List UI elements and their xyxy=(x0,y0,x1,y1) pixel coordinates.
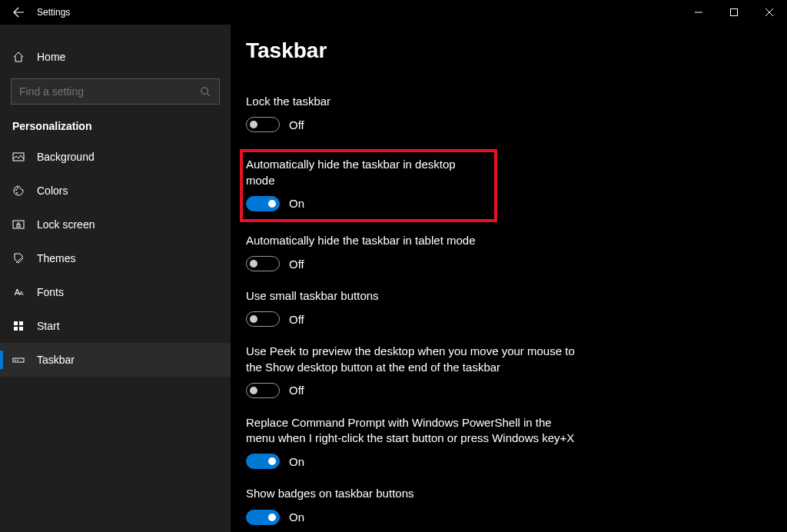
setting-label: Lock the taskbar xyxy=(246,94,576,109)
sidebar-item-label: Start xyxy=(37,320,60,332)
toggle-state-text: On xyxy=(289,197,304,210)
sidebar-item-background[interactable]: Background xyxy=(0,140,231,174)
sidebar-item-themes[interactable]: Themes xyxy=(0,241,231,275)
svg-point-5 xyxy=(16,192,18,194)
lock-screen-icon xyxy=(12,218,25,231)
sidebar-item-label: Taskbar xyxy=(37,354,75,366)
toggle-state-text: Off xyxy=(289,118,304,131)
search-input[interactable] xyxy=(19,85,199,98)
sidebar-section-header: Personalization xyxy=(0,115,231,140)
toggle-state-text: Off xyxy=(289,313,304,326)
sidebar-home-label: Home xyxy=(37,51,65,63)
sidebar: Home Personalization Background Colors L… xyxy=(0,25,231,532)
back-arrow-icon xyxy=(12,6,25,18)
setting-autohide-desktop: Automatically hide the taskbar in deskto… xyxy=(246,157,486,211)
sidebar-item-colors[interactable]: Colors xyxy=(0,174,231,208)
sidebar-item-label: Lock screen xyxy=(37,218,95,231)
toggle-state-text: On xyxy=(289,455,304,468)
window-title: Settings xyxy=(37,7,70,18)
setting-autohide-tablet: Automatically hide the taskbar in tablet… xyxy=(246,233,576,271)
svg-point-1 xyxy=(201,88,208,95)
svg-rect-14 xyxy=(17,360,18,361)
setting-peek: Use Peek to preview the desktop when you… xyxy=(246,344,576,398)
titlebar: Settings xyxy=(0,0,787,25)
toggle-autohide-desktop[interactable] xyxy=(246,196,280,211)
svg-rect-8 xyxy=(14,321,18,325)
setting-small-buttons: Use small taskbar buttons Off xyxy=(246,288,576,327)
page-title: Taskbar xyxy=(246,38,787,63)
svg-rect-0 xyxy=(731,9,738,16)
toggle-peek[interactable] xyxy=(246,383,280,398)
picture-icon xyxy=(12,151,25,163)
sidebar-item-label: Fonts xyxy=(37,286,64,298)
setting-label: Automatically hide the taskbar in tablet… xyxy=(246,233,576,248)
setting-powershell: Replace Command Prompt with Windows Powe… xyxy=(246,415,576,470)
sidebar-item-start[interactable]: Start xyxy=(0,309,231,343)
sidebar-item-label: Themes xyxy=(37,252,76,264)
setting-label: Show badges on taskbar buttons xyxy=(246,486,576,501)
svg-point-3 xyxy=(15,189,17,191)
close-button[interactable] xyxy=(752,0,787,25)
sidebar-item-label: Background xyxy=(37,151,95,163)
toggle-state-text: On xyxy=(289,510,304,524)
setting-label: Use small taskbar buttons xyxy=(246,288,576,304)
svg-rect-9 xyxy=(19,321,23,325)
setting-badges: Show badges on taskbar buttons On xyxy=(246,486,576,524)
sidebar-item-fonts[interactable]: AA Fonts xyxy=(0,275,231,309)
minimize-button[interactable] xyxy=(681,0,716,25)
toggle-state-text: Off xyxy=(289,384,304,397)
highlight-box: Automatically hide the taskbar in deskto… xyxy=(240,149,497,222)
selection-marker xyxy=(0,351,3,369)
setting-label: Use Peek to preview the desktop when you… xyxy=(246,344,576,375)
main-content: Taskbar Lock the taskbar Off Automatical… xyxy=(231,25,787,532)
svg-rect-11 xyxy=(19,327,23,331)
toggle-lock-taskbar[interactable] xyxy=(246,117,280,132)
sidebar-home[interactable]: Home xyxy=(0,40,231,74)
maximize-button[interactable] xyxy=(716,0,752,25)
toggle-autohide-tablet[interactable] xyxy=(246,256,280,271)
svg-point-4 xyxy=(17,188,18,189)
back-button[interactable] xyxy=(0,0,37,25)
sidebar-item-label: Colors xyxy=(37,185,68,197)
taskbar-icon xyxy=(12,354,25,366)
sidebar-item-taskbar[interactable]: Taskbar xyxy=(0,343,231,377)
setting-label: Automatically hide the taskbar in deskto… xyxy=(246,157,486,188)
search-box[interactable] xyxy=(11,78,220,105)
svg-rect-7 xyxy=(17,224,20,227)
toggle-badges[interactable] xyxy=(246,510,280,525)
palette-icon xyxy=(12,185,25,197)
fonts-icon: AA xyxy=(12,286,25,298)
setting-label: Replace Command Prompt with Windows Powe… xyxy=(246,415,576,447)
themes-icon xyxy=(12,252,25,264)
home-icon xyxy=(12,51,25,63)
toggle-powershell[interactable] xyxy=(246,454,280,469)
search-icon xyxy=(199,85,211,98)
svg-rect-10 xyxy=(14,327,18,331)
setting-lock-taskbar: Lock the taskbar Off xyxy=(246,94,576,132)
toggle-state-text: Off xyxy=(289,258,304,271)
sidebar-item-lock-screen[interactable]: Lock screen xyxy=(0,208,231,241)
toggle-small-buttons[interactable] xyxy=(246,311,280,327)
svg-rect-13 xyxy=(15,360,16,361)
start-icon xyxy=(12,320,25,332)
